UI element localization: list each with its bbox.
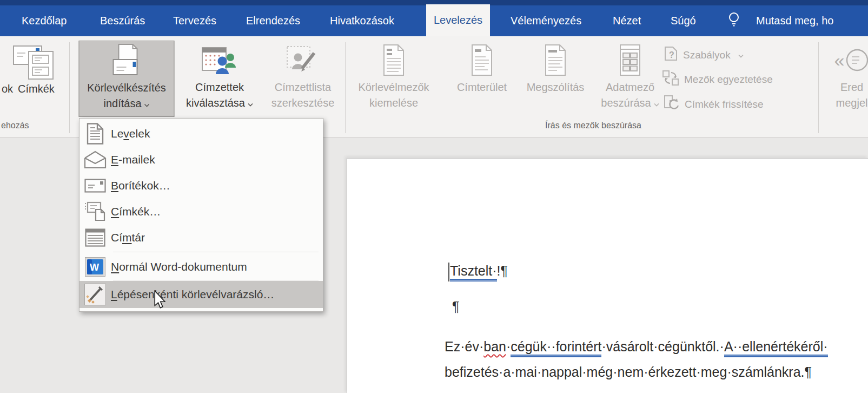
tab-elrendezes[interactable]: Elrendezés <box>246 5 300 36</box>
select-recipients-button[interactable]: Címzettek kiválasztása <box>174 41 265 117</box>
preview-results-label-1: Ered <box>840 80 863 95</box>
document-greeting-line: Tisztelt·!¶ <box>450 263 508 279</box>
match-fields-icon <box>662 70 679 89</box>
menu-item-labels[interactable]: Címkék… <box>79 199 323 225</box>
select-recipients-icon <box>202 41 237 80</box>
edit-recipient-list-icon <box>286 41 320 80</box>
insert-merge-field-label-1: Adatmező <box>606 80 654 95</box>
greeting-line-icon <box>542 41 568 80</box>
text-cursor <box>448 263 449 281</box>
tab-sugo[interactable]: Súgó <box>671 5 696 36</box>
start-mail-merge-icon <box>110 41 143 80</box>
labels-icon <box>79 201 111 222</box>
update-labels-button: Címkék frissítése <box>664 95 764 114</box>
preview-results-label-2: megjel <box>836 95 868 111</box>
group-separator <box>69 42 70 133</box>
tab-hivatkozasok[interactable]: Hivatkozások <box>330 5 394 36</box>
envelopes-button-label[interactable]: ok <box>2 83 13 95</box>
envelope-icon <box>79 179 111 193</box>
tab-velemenyezes[interactable]: Véleményezés <box>511 5 581 36</box>
chevron-down-icon <box>738 49 744 61</box>
rules-icon: ? <box>664 46 678 64</box>
edit-recipient-list-button: Címzettlista szerkesztése <box>262 41 343 117</box>
ribbon-tab-bar: Kezdőlap Beszúrás Tervezés Elrendezés Hi… <box>0 0 868 36</box>
select-recipients-label-2: kiválasztása <box>186 95 253 112</box>
document-page[interactable] <box>347 158 868 393</box>
match-fields-button: Mezők egyeztetése <box>662 70 773 89</box>
highlight-merge-fields-icon <box>381 41 407 80</box>
wizard-wand-icon <box>79 284 111 305</box>
rules-button: ? Szabályok <box>664 46 744 64</box>
edit-recipient-list-label-2: szerkesztése <box>271 95 335 111</box>
tab-kezdolap[interactable]: Kezdőlap <box>22 5 67 36</box>
tab-beszuras[interactable]: Beszúrás <box>100 5 145 36</box>
menu-item-envelopes[interactable]: Borítékok… <box>79 173 323 199</box>
spelling-marked-text: ban <box>483 339 506 354</box>
highlight-merge-fields-button: Körlevélmezők kiemelése <box>350 41 437 117</box>
menu-item-directory[interactable]: Címtár <box>79 225 323 251</box>
start-mail-merge-button[interactable]: Körlevélkészítés indítása <box>79 41 175 117</box>
directory-icon <box>79 228 111 247</box>
update-labels-label: Címkék frissítése <box>685 99 764 110</box>
labels-button-label[interactable]: Címkék <box>18 83 55 95</box>
menu-item-email[interactable]: E-mailek <box>79 147 323 173</box>
group-separator <box>345 42 346 133</box>
grammar-marked-text: Tisztelt· <box>450 263 497 281</box>
match-fields-label: Mezők egyeztetése <box>684 74 773 86</box>
word-document-icon: W <box>79 257 111 277</box>
document-body-line-1: Ez·év·ban·cégük··forintért·vásárolt·cégü… <box>445 339 828 355</box>
address-block-label: Címterület <box>457 80 507 95</box>
create-group-caption: ehozás <box>1 121 29 130</box>
rules-label: Szabályok <box>683 49 731 61</box>
select-recipients-label-1: Címzettek <box>195 80 244 95</box>
address-block-button: Címterület <box>449 41 514 117</box>
menu-item-step-by-step-wizard[interactable]: Lépésenkénti körlevélvarázsló… <box>79 281 323 308</box>
chevron-down-icon <box>654 95 659 111</box>
greeting-line-button: Megszólítás <box>518 41 593 117</box>
document-empty-paragraph: ¶ <box>452 299 459 315</box>
lightbulb-icon[interactable] <box>727 11 740 30</box>
menu-separator <box>113 280 319 280</box>
highlight-merge-fields-label-2: kiemelése <box>369 95 418 111</box>
svg-text:W: W <box>90 262 99 273</box>
menu-separator <box>113 252 319 252</box>
chevron-down-icon <box>248 95 253 111</box>
tab-nezet[interactable]: Nézet <box>613 5 641 36</box>
start-mail-merge-label-1: Körlevélkészítés <box>87 80 166 96</box>
edit-recipient-list-label-1: Címzettlista <box>275 80 331 95</box>
insert-merge-field-icon <box>617 41 643 80</box>
menu-item-letters[interactable]: Levelek <box>79 121 323 147</box>
letters-icon <box>79 123 111 145</box>
menu-item-normal-word-document[interactable]: W Normál Word-dokumentum <box>79 254 323 280</box>
grammar-marked-text: A··ellenértékéről· <box>724 339 828 357</box>
preview-results-icon: « <box>834 41 868 80</box>
address-block-icon <box>469 41 495 80</box>
start-mail-merge-dropdown: Levelek E-mailek Borítékok… <box>79 118 323 312</box>
svg-text:?: ? <box>669 50 674 60</box>
start-mail-merge-label-2: indítása <box>103 96 149 113</box>
grammar-marked-text: cégük··forintért <box>511 339 601 357</box>
write-insert-fields-group-caption: Írás és mezők beszúrása <box>545 121 641 130</box>
update-labels-icon <box>664 95 680 114</box>
document-body-line-2: befizetés·a·mai·nappal·még·nem·érkezett·… <box>445 364 812 380</box>
insert-merge-field-button: Adatmező beszúrása <box>592 41 668 117</box>
insert-merge-field-label-2: beszúrása <box>601 95 659 112</box>
email-icon <box>79 150 111 169</box>
greeting-line-label: Megszólítás <box>527 80 585 95</box>
tab-levelezes-active[interactable]: Levelezés <box>426 4 490 36</box>
preview-results-button: « Ered megjel <box>817 41 868 117</box>
tab-tervezes[interactable]: Tervezés <box>173 5 216 36</box>
labels-button-icon[interactable] <box>28 51 54 82</box>
mouse-pointer-icon <box>153 290 167 312</box>
highlight-merge-fields-label-1: Körlevélmezők <box>358 80 429 95</box>
chevron-down-icon <box>144 96 150 112</box>
tell-me-box[interactable]: Mutasd meg, ho <box>756 5 833 36</box>
